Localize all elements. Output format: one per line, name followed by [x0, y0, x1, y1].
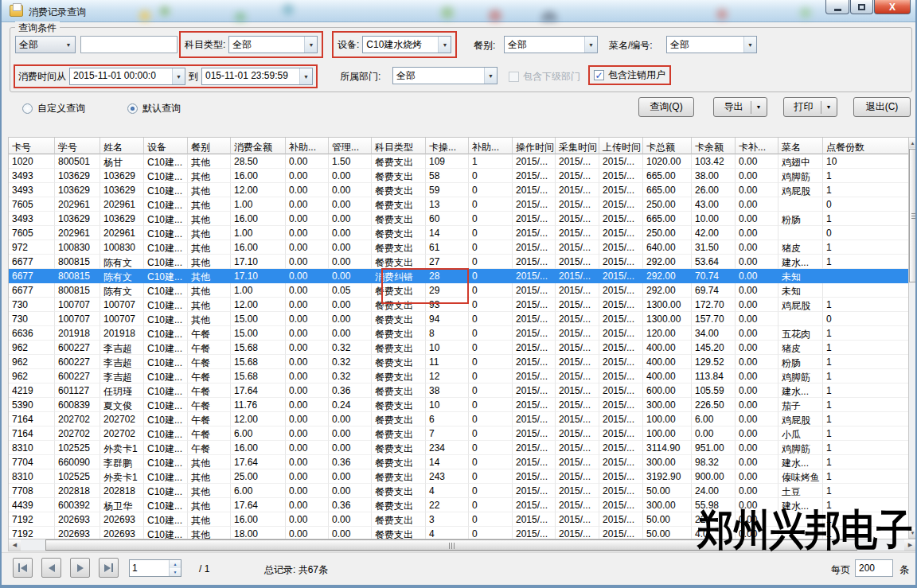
table-cell: 2015/... — [556, 384, 599, 398]
status-bar: ▲ ▼ / 1 总记录: 共67条 每页 条 — [2, 552, 915, 583]
table-row[interactable]: 4219601127任玥瑾C10建...午餐17.640.000.36餐费支出3… — [9, 384, 908, 398]
table-row[interactable]: 6636201918201918C10建...午餐15.000.000.00餐费… — [9, 326, 908, 341]
close-button[interactable]: X — [874, 0, 911, 14]
table-cell: 100.00 — [643, 412, 692, 426]
horizontal-scroll-thumb[interactable] — [45, 539, 857, 551]
include-cancelled-checkbox[interactable]: 包含注销用户 — [594, 68, 665, 82]
table-row[interactable]: 3493103629103629C10建...其他12.000.000.00餐费… — [9, 183, 908, 197]
column-header[interactable]: 餐别 — [188, 138, 231, 154]
column-header[interactable]: 卡操... — [426, 138, 469, 154]
vertical-scroll-thumb[interactable] — [909, 149, 916, 282]
column-header[interactable]: 点餐份数 — [823, 138, 909, 154]
radio-default-query[interactable]: 默认查询 — [127, 102, 181, 115]
table-cell: 0.00 — [286, 527, 329, 539]
table-row[interactable]: 8310102525外卖卡1C10建...其他25.000.000.00餐费支出… — [9, 469, 908, 484]
spin-up-icon[interactable]: ▲ — [170, 560, 181, 568]
time-from-picker[interactable]: 2015-11-01 00:00:0 ▼ — [69, 68, 185, 85]
keyword-input[interactable] — [80, 36, 178, 53]
table-cell: 1 — [823, 426, 908, 441]
column-header[interactable]: 菜名 — [778, 138, 823, 154]
next-page-button[interactable] — [70, 558, 90, 578]
column-header[interactable]: 补助... — [286, 138, 329, 154]
exit-button[interactable]: 退出(C) — [853, 97, 911, 117]
table-row[interactable]: 7605202961202961C10建...其他1.000.000.00餐费支… — [9, 226, 908, 240]
time-to-picker[interactable]: 015-11-01 23:59:59 ▼ — [201, 68, 313, 85]
query-button[interactable]: 查询(Q) — [638, 97, 694, 117]
column-header[interactable]: 消费金额 — [231, 138, 286, 154]
dish-combobox[interactable]: 全部 ▼ — [666, 36, 757, 53]
table-cell: 0.00 — [286, 484, 329, 498]
scroll-down-icon[interactable]: ▼ — [909, 528, 916, 538]
export-button[interactable]: 导出 ▼ — [713, 97, 767, 117]
table-cell: 18.00 — [231, 527, 286, 539]
column-header[interactable]: 上传时间 — [599, 138, 643, 154]
column-header[interactable]: 采集时间 — [556, 138, 599, 154]
table-row[interactable]: 972100830100830C10建...其他16.000.000.00餐费支… — [9, 240, 908, 255]
minimize-button[interactable] — [825, 0, 849, 14]
table-row[interactable]: 7164202702202702C10建...午餐12.000.000.00餐费… — [9, 412, 908, 426]
prev-page-button[interactable] — [41, 558, 61, 578]
radio-custom-query[interactable]: 自定义查询 — [22, 102, 85, 115]
column-header[interactable]: 补助... — [469, 138, 513, 154]
table-row[interactable]: 7704660090李群鹏C10建...其他17.640.000.36餐费支出1… — [9, 455, 908, 469]
column-header[interactable]: 卡余额 — [692, 138, 736, 154]
table-cell: 2015/... — [599, 441, 643, 455]
maximize-button[interactable] — [850, 0, 873, 14]
horizontal-scrollbar[interactable]: ◀ ▶ — [8, 539, 917, 551]
table-row[interactable]: 962600227李吉超C10建...午餐15.680.000.32餐费支出12… — [9, 369, 908, 384]
table-cell: 餐费支出 — [372, 441, 426, 455]
subject-type-combobox[interactable]: 全部 ▼ — [228, 36, 318, 53]
table-row[interactable]: 5390600839夏文俊C10建...午餐11.760.000.24餐费支出1… — [9, 398, 908, 412]
column-header[interactable]: 科目类型 — [372, 138, 426, 154]
device-combobox[interactable]: C10建水烧烤 ▼ — [362, 36, 451, 53]
table-row[interactable]: 962600227李吉超C10建...午餐15.680.000.32餐费支出11… — [9, 355, 908, 369]
table-row[interactable]: 8310102525外卖卡1C10建...午餐16.000.000.00餐费支出… — [9, 441, 908, 455]
column-header[interactable]: 卡号 — [9, 138, 55, 154]
table-cell: 其他 — [188, 312, 231, 326]
table-row[interactable]: 7708202818202818C10建...其他6.000.000.00餐费支… — [9, 484, 908, 498]
per-page-input[interactable] — [855, 559, 893, 577]
table-row[interactable]: 7605202961202961C10建...其他1.000.000.00餐费支… — [9, 197, 908, 212]
first-page-button[interactable] — [13, 558, 33, 578]
column-header[interactable]: 姓名 — [100, 138, 144, 154]
table-row[interactable]: 3493103629103629C10建...其他16.000.000.00餐费… — [9, 169, 908, 183]
page-number-spinner[interactable]: ▲ ▼ — [129, 559, 181, 577]
table-cell: 李吉超 — [100, 355, 144, 369]
card-filter-combobox[interactable]: 全部 ▼ — [15, 36, 76, 53]
table-row[interactable]: 6677800815陈有文C10建...其他17.100.000.00餐费支出2… — [9, 255, 908, 269]
table-row[interactable]: 6677800815陈有文C10建...其他1.000.000.05餐费支出29… — [9, 283, 908, 298]
table-row[interactable]: 7192202693202693C10建...其他16.000.000.00餐费… — [9, 512, 908, 527]
column-header[interactable]: 管理... — [329, 138, 372, 154]
column-header[interactable]: 卡总额 — [643, 138, 692, 154]
last-page-button[interactable] — [99, 558, 119, 578]
table-row[interactable]: 730100707100707C10建...其他15.000.000.00餐费支… — [9, 312, 908, 326]
table-row[interactable]: 962600227李吉超C10建...午餐15.680.000.32餐费支出10… — [9, 341, 908, 355]
column-header[interactable]: 卡补... — [736, 138, 778, 154]
table-row[interactable]: 7192202693202693C10建...其他18.000.000.00餐费… — [9, 527, 908, 539]
table-cell: 餐费支出 — [372, 312, 426, 326]
vertical-scrollbar[interactable]: ▲ ▼ — [908, 137, 917, 539]
department-combobox[interactable]: 全部 ▼ — [392, 67, 498, 84]
table-row[interactable]: 6677800815陈有文C10建...其他17.100.000.00消费纠错2… — [9, 269, 908, 283]
scroll-left-icon[interactable]: ◀ — [9, 539, 21, 551]
table-row[interactable]: 4439600392杨卫华C10建...其他17.640.000.36餐费支出2… — [9, 498, 908, 512]
page-number-input[interactable] — [130, 560, 169, 576]
table-cell: 0 — [469, 469, 513, 484]
column-header[interactable]: 设备 — [144, 138, 188, 154]
table-row[interactable]: 7164202702202702C10建...午餐6.000.000.00餐费支… — [9, 426, 908, 441]
table-row[interactable]: 3493103629103629C10建...其他16.000.000.00餐费… — [9, 212, 908, 226]
table-row[interactable]: 730100707100707C10建...其他12.000.000.00餐费支… — [9, 298, 908, 312]
spin-down-icon[interactable]: ▼ — [170, 568, 181, 576]
table-cell: 2015/... — [599, 154, 643, 169]
print-button[interactable]: 打印 ▼ — [783, 97, 837, 117]
meal-combobox[interactable]: 全部 ▼ — [504, 36, 598, 53]
include-sub-dept-checkbox[interactable]: 包含下级部门 — [509, 70, 580, 84]
scroll-right-icon[interactable]: ▶ — [904, 539, 916, 551]
column-header[interactable]: 操作时间 — [513, 138, 556, 154]
table-cell: 2015/... — [556, 212, 599, 226]
table-row[interactable]: 1020800501杨甘C10建...其他28.500.001.50餐费支出10… — [9, 154, 908, 169]
scroll-up-icon[interactable]: ▲ — [909, 138, 916, 148]
table-cell: 午餐 — [188, 398, 231, 412]
column-header[interactable]: 学号 — [55, 138, 100, 154]
table-cell: 4.0 — [692, 527, 736, 539]
